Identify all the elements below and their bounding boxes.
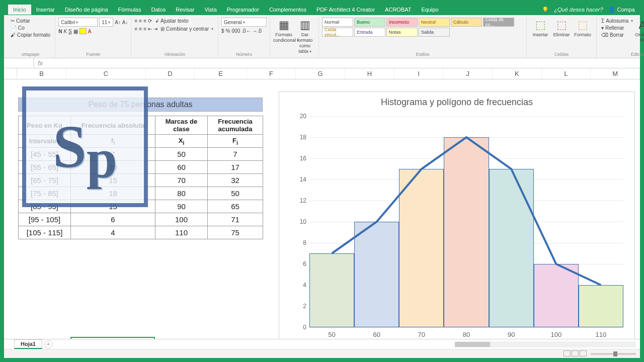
style-incorrecto[interactable]: Incorrecto	[386, 18, 418, 27]
inc-decimal-icon[interactable]: .0←	[242, 28, 251, 34]
fx-icon[interactable]: fx	[34, 58, 46, 68]
active-cell[interactable]	[70, 337, 155, 339]
table-cell[interactable]: 80	[155, 187, 208, 200]
chart[interactable]: Histograma y polígono de frecuencias 024…	[279, 92, 635, 339]
increase-font-icon[interactable]: A↑	[115, 20, 121, 25]
table-cell[interactable]: 32	[208, 174, 263, 187]
tab-inicio[interactable]: Inicio	[8, 5, 31, 15]
tab-acrobat[interactable]: ACROBAT	[380, 5, 416, 15]
table-cell[interactable]: 75	[208, 226, 263, 239]
indent-inc-icon[interactable]: ⇥	[153, 26, 157, 32]
table-cell[interactable]: 7	[208, 148, 263, 161]
copy-button[interactable]: 📄 Co	[9, 25, 52, 31]
format-painter-button[interactable]: 🖌 Copiar formato	[9, 32, 52, 38]
font-name-select[interactable]: Calibri▾	[58, 18, 98, 27]
name-box[interactable]	[4, 58, 34, 68]
style-salida[interactable]: Salida	[419, 28, 450, 37]
cell-styles-gallery[interactable]: Normal Bueno Incorrecto Neutral Cálculo …	[322, 18, 523, 37]
table-cell[interactable]: 100	[155, 213, 208, 226]
share-button[interactable]: 👤Compa	[608, 7, 635, 13]
table-cell[interactable]: 71	[208, 213, 263, 226]
style-celda-vinculada[interactable]: Celda vincul...	[322, 28, 353, 37]
tab-vista[interactable]: Vista	[200, 5, 222, 15]
style-celda-comprob[interactable]: Celda de co...	[483, 18, 514, 27]
table-cell[interactable]: 50	[155, 148, 208, 161]
table-cell[interactable]: 90	[155, 200, 208, 213]
add-sheet-button[interactable]: +	[44, 340, 52, 348]
table-row[interactable]: [95 - 105]610071	[19, 213, 263, 226]
insert-cells-button[interactable]: ⬚Insertar	[530, 18, 551, 51]
col-B[interactable]: B	[17, 68, 66, 79]
tab-programador[interactable]: Programador	[222, 5, 264, 15]
col-F[interactable]: F	[247, 68, 296, 79]
col-J[interactable]: J	[443, 68, 493, 79]
align-left-icon[interactable]: ≡	[134, 26, 137, 32]
clear-button[interactable]: ⌫ Borrar	[600, 32, 634, 38]
format-as-table-button[interactable]: ▥Dar formato como tabla▾	[294, 18, 315, 51]
percent-icon[interactable]: %	[226, 28, 230, 34]
style-neutral[interactable]: Neutral	[419, 18, 450, 27]
tab-complementos[interactable]: Complementos	[264, 5, 311, 15]
tab-formulas[interactable]: Fórmulas	[113, 5, 146, 15]
bold-button[interactable]: N	[58, 29, 62, 34]
merge-center-button[interactable]: ⊞ Combinar y centrar▾	[159, 26, 215, 32]
col-E[interactable]: E	[195, 68, 247, 79]
dec-decimal-icon[interactable]: →.0	[253, 28, 262, 34]
table-cell[interactable]: [95 - 105]	[19, 213, 71, 226]
col-C[interactable]: C	[66, 68, 146, 79]
col-D[interactable]: D	[146, 68, 195, 79]
fill-button[interactable]: ▾ Rellenar	[600, 25, 634, 31]
underline-button[interactable]: S	[68, 29, 72, 34]
table-cell[interactable]: 17	[208, 161, 263, 174]
italic-button[interactable]: K	[63, 29, 67, 34]
border-button[interactable]: ▦	[73, 29, 78, 34]
format-cells-button[interactable]: ⬚Formato	[572, 18, 593, 51]
style-entrada[interactable]: Entrada	[354, 28, 385, 37]
number-format-select[interactable]: General▾	[221, 18, 267, 27]
align-bottom-icon[interactable]: ≡	[143, 18, 146, 24]
style-normal[interactable]: Normal	[322, 18, 353, 27]
style-calculo[interactable]: Cálculo	[451, 18, 482, 27]
delete-cells-button[interactable]: ⬚Eliminar	[551, 18, 572, 51]
cut-button[interactable]: ✂ Cortar	[9, 18, 52, 24]
autosum-button[interactable]: Σ Autosuma▾	[600, 18, 634, 24]
col-I[interactable]: I	[394, 68, 444, 79]
col-K[interactable]: K	[493, 68, 542, 79]
decrease-font-icon[interactable]: A↓	[122, 20, 128, 25]
table-cell[interactable]: 60	[155, 161, 208, 174]
align-top-icon[interactable]: ≡	[134, 18, 137, 24]
tab-insertar[interactable]: Insertar	[31, 5, 60, 15]
tab-diseno[interactable]: Diseño de página	[60, 5, 113, 15]
tell-me-search[interactable]: ¿Qué desea hacer?	[554, 7, 603, 13]
table-row[interactable]: [105 - 115]411075	[19, 226, 263, 239]
view-mode-buttons[interactable]	[562, 350, 587, 357]
col-M[interactable]: M	[591, 68, 640, 79]
comma-icon[interactable]: 000	[232, 28, 240, 34]
wrap-text-button[interactable]: ↲ Ajustar texto	[153, 18, 190, 24]
sort-filter-button[interactable]: A↓Ordenar y filtrar	[634, 18, 644, 51]
align-right-icon[interactable]: ≡	[143, 26, 146, 32]
align-middle-icon[interactable]: ≡	[139, 18, 142, 24]
table-cell[interactable]: [105 - 115]	[19, 226, 71, 239]
style-notas[interactable]: Notas	[386, 28, 418, 37]
column-headers[interactable]: B C D E F G H I J K L M	[4, 68, 640, 79]
col-G[interactable]: G	[296, 68, 345, 79]
tab-datos[interactable]: Datos	[146, 5, 171, 15]
col-H[interactable]: H	[345, 68, 394, 79]
col-L[interactable]: L	[542, 68, 591, 79]
tab-revisar[interactable]: Revisar	[171, 5, 199, 15]
accounting-icon[interactable]: $	[221, 28, 224, 34]
zoom-slider[interactable]	[591, 353, 636, 355]
conditional-formatting-button[interactable]: ▦Formato condicional▾	[273, 18, 294, 51]
formula-bar[interactable]	[46, 58, 640, 68]
table-cell[interactable]: 65	[208, 200, 263, 213]
orientation-icon[interactable]: ⟳	[148, 18, 152, 24]
table-cell[interactable]: 110	[155, 226, 208, 239]
tab-pdf[interactable]: PDF Architect 4 Creator	[311, 5, 380, 15]
horizontal-scrollbar[interactable]	[455, 341, 636, 347]
style-bueno[interactable]: Bueno	[354, 18, 385, 27]
align-center-icon[interactable]: ≡	[139, 26, 142, 32]
table-cell[interactable]: 50	[208, 187, 263, 200]
tab-equipo[interactable]: Equipo	[416, 5, 443, 15]
font-color-button[interactable]: A	[88, 29, 92, 34]
